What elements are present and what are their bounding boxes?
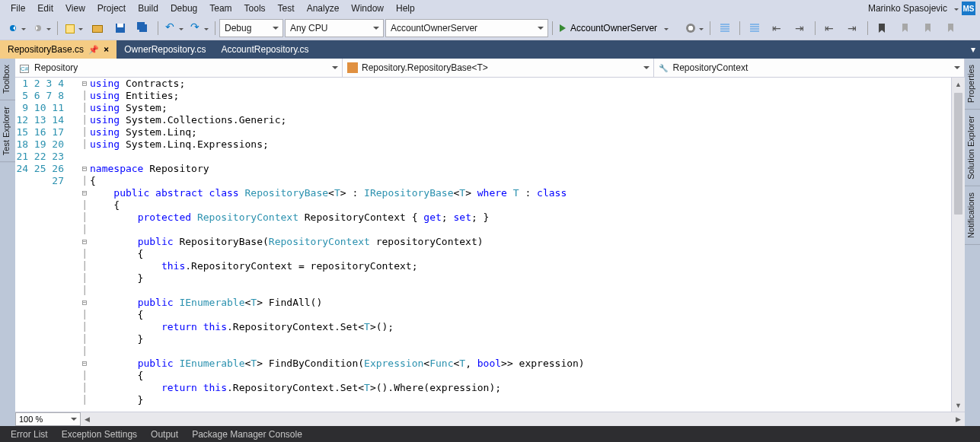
line-number-gutter: 1 2 3 4 5 6 7 8 9 10 11 12 13 14 15 16 1… xyxy=(15,78,79,412)
toggle-bookmark-button[interactable] xyxy=(872,19,893,37)
bookmark-prev-icon xyxy=(899,22,911,34)
nav-project-dropdown[interactable]: Repository xyxy=(15,59,343,77)
nav-type-dropdown[interactable]: Repository.RepositoryBase<T> xyxy=(343,59,654,77)
right-tab-solution-explorer[interactable]: Solution Explorer xyxy=(965,110,980,186)
play-icon xyxy=(560,24,566,32)
bookmark-next-icon xyxy=(922,22,934,34)
startup-project-dropdown[interactable]: AccountOwnerServer xyxy=(385,19,548,37)
close-icon[interactable]: × xyxy=(104,44,109,55)
user-name-label[interactable]: Marinko Spasojevic xyxy=(863,2,952,15)
start-debugging-label: AccountOwnerServer xyxy=(570,23,657,33)
scroll-down-icon[interactable]: ▼ xyxy=(952,399,965,412)
bookmark-clear-icon xyxy=(945,22,957,34)
pin-icon[interactable]: 📌 xyxy=(88,45,99,55)
save-icon xyxy=(114,22,126,34)
tab-label: AccountRepository.cs xyxy=(221,44,308,55)
save-button[interactable] xyxy=(110,19,131,37)
dropdown-icon xyxy=(44,23,51,33)
whitespace-icon xyxy=(749,22,761,34)
next-bookmark-button[interactable] xyxy=(918,19,939,37)
horizontal-scrollbar[interactable]: ◀ ▶ xyxy=(81,412,965,426)
comment-icon xyxy=(771,22,784,34)
increase-indent-button[interactable] xyxy=(842,19,863,37)
class-icon xyxy=(347,62,358,73)
tab-ownerrepository[interactable]: OwnerRepository.cs xyxy=(117,40,213,59)
solution-platform-dropdown[interactable]: Any CPU xyxy=(285,19,384,37)
left-tab-toolbox[interactable]: Toolbox xyxy=(0,59,15,100)
menu-debug[interactable]: Debug xyxy=(164,2,203,15)
dropdown-icon xyxy=(76,23,83,33)
comment-button[interactable] xyxy=(767,19,788,37)
uncomment-button[interactable] xyxy=(790,19,811,37)
clear-bookmarks-button[interactable] xyxy=(940,19,962,37)
dropdown-icon xyxy=(202,23,209,33)
arrow-back-icon xyxy=(7,22,19,34)
bottom-tab-exception-settings[interactable]: Exception Settings xyxy=(56,426,143,442)
navigation-bar: Repository Repository.RepositoryBase<T> … xyxy=(15,59,965,78)
tab-accountrepository[interactable]: AccountRepository.cs xyxy=(213,40,316,59)
menu-test[interactable]: Test xyxy=(272,2,301,15)
redo-icon xyxy=(190,22,202,34)
save-all-button[interactable] xyxy=(132,19,154,37)
user-menu-dropdown-icon[interactable] xyxy=(952,3,959,14)
property-icon xyxy=(659,62,669,73)
scroll-up-icon[interactable]: ▲ xyxy=(952,78,965,91)
document-tab-bar: RepositoryBase.cs 📌 × OwnerRepository.cs… xyxy=(0,40,980,59)
right-tab-properties[interactable]: Properties xyxy=(965,59,980,110)
uncomment-icon xyxy=(794,22,806,34)
find-icon xyxy=(719,22,731,34)
outlining-margin[interactable]: ⊟│││││ ⊟│⊟│││⊟││││⊟││││⊟│││ xyxy=(79,78,90,412)
left-tool-strip: Toolbox Test Explorer xyxy=(0,59,15,426)
menu-analyze[interactable]: Analyze xyxy=(301,2,346,15)
undo-button[interactable] xyxy=(162,19,186,37)
undo-icon xyxy=(164,22,177,34)
menu-tools[interactable]: Tools xyxy=(238,2,272,15)
bottom-tab-package-manager-console[interactable]: Package Manager Console xyxy=(186,426,308,442)
open-file-button[interactable] xyxy=(87,19,108,37)
standard-toolbar: Debug Any CPU AccountOwnerServer Account… xyxy=(0,17,980,40)
decrease-indent-icon xyxy=(824,22,836,34)
nav-forward-button[interactable] xyxy=(30,19,53,37)
tab-overflow-button[interactable]: ▾ xyxy=(966,40,980,59)
nav-project-label: Repository xyxy=(34,62,78,73)
bottom-tab-output[interactable]: Output xyxy=(145,426,184,442)
find-in-files-button[interactable] xyxy=(714,19,736,37)
menu-edit[interactable]: Edit xyxy=(31,2,59,15)
new-project-button[interactable] xyxy=(62,19,85,37)
menu-view[interactable]: View xyxy=(59,2,91,15)
menu-build[interactable]: Build xyxy=(132,2,164,15)
redo-button[interactable] xyxy=(187,19,211,37)
decrease-indent-button[interactable] xyxy=(819,19,841,37)
nav-back-button[interactable] xyxy=(5,19,28,37)
tab-repositorybase[interactable]: RepositoryBase.cs 📌 × xyxy=(0,40,117,59)
vertical-scrollbar[interactable]: ▲ ▼ xyxy=(951,78,965,412)
code-editor[interactable]: 1 2 3 4 5 6 7 8 9 10 11 12 13 14 15 16 1… xyxy=(15,78,965,412)
scroll-right-icon[interactable]: ▶ xyxy=(952,412,965,426)
menu-window[interactable]: Window xyxy=(345,2,390,15)
dropdown-icon xyxy=(697,23,704,33)
menu-project[interactable]: Project xyxy=(91,2,132,15)
browser-link-refresh-button[interactable] xyxy=(682,19,706,37)
save-all-icon xyxy=(137,22,149,34)
csharp-project-icon xyxy=(20,62,30,73)
menu-help[interactable]: Help xyxy=(390,2,421,15)
prev-bookmark-button[interactable] xyxy=(895,19,916,37)
zoom-dropdown[interactable]: 100 % xyxy=(15,412,81,426)
nav-member-dropdown[interactable]: RepositoryContext xyxy=(654,59,966,77)
menu-file[interactable]: File xyxy=(5,2,31,15)
menu-team[interactable]: Team xyxy=(203,2,238,15)
dropdown-icon xyxy=(19,23,26,33)
show-whitespace-button[interactable] xyxy=(744,19,765,37)
open-folder-icon xyxy=(91,22,104,34)
scroll-left-icon[interactable]: ◀ xyxy=(81,412,94,426)
left-tab-test-explorer[interactable]: Test Explorer xyxy=(0,100,15,162)
tab-label: RepositoryBase.cs xyxy=(8,44,84,55)
right-tab-notifications[interactable]: Notifications xyxy=(965,186,980,245)
solution-config-dropdown[interactable]: Debug xyxy=(219,19,283,37)
scrollbar-thumb[interactable] xyxy=(954,93,962,215)
user-avatar[interactable]: MS xyxy=(962,2,975,15)
start-debugging-button[interactable]: AccountOwnerServer xyxy=(557,20,681,37)
right-tool-strip: Properties Solution Explorer Notificatio… xyxy=(965,59,980,426)
bottom-tab-error-list[interactable]: Error List xyxy=(5,426,54,442)
code-area[interactable]: using Contracts; using Entities; using S… xyxy=(90,78,951,412)
